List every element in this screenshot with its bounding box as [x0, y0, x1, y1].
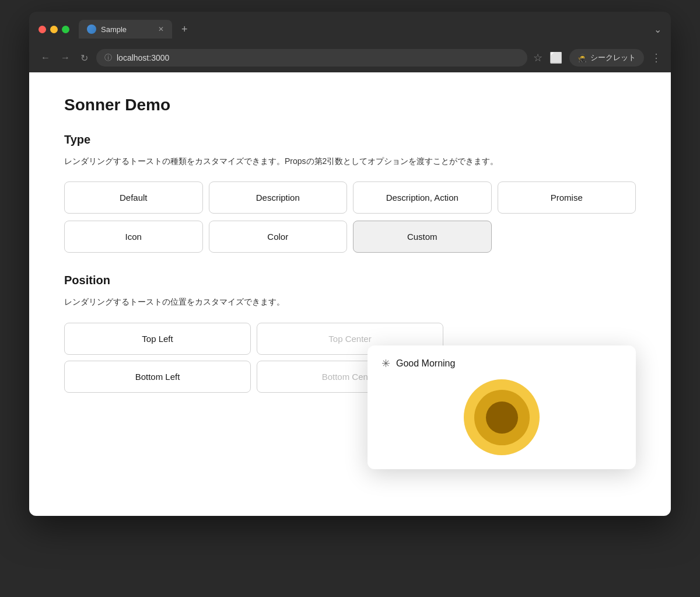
position-top-left-button[interactable]: Top Left	[64, 323, 251, 355]
type-buttons-row2: Icon Color Custom	[64, 221, 636, 253]
type-section: Type レンダリングするトーストの種類をカスタマイズできます。Propsの第2…	[64, 133, 636, 253]
tab-title: Sample	[101, 25, 127, 34]
type-promise-button[interactable]: Promise	[498, 181, 636, 214]
new-tab-button[interactable]: +	[177, 21, 192, 38]
lock-icon: ⓘ	[104, 53, 112, 63]
maximize-button[interactable]	[62, 26, 69, 33]
back-button[interactable]: ←	[38, 50, 52, 65]
position-description: レンダリングするトーストの位置をカスタマイズできます。	[64, 295, 636, 308]
traffic-lights	[38, 26, 69, 33]
sun-small-icon: ✳	[382, 357, 390, 370]
sun-middle-circle	[474, 390, 530, 445]
type-icon-button[interactable]: Icon	[64, 221, 203, 253]
reload-button[interactable]: ↻	[78, 50, 90, 66]
tab-favicon	[87, 25, 96, 34]
address-bar: ← → ↻ ⓘ localhost:3000 ☆ ⬜ 🥷 シークレット ⋮	[29, 44, 671, 72]
incognito-label: シークレット	[590, 53, 636, 63]
type-color-button[interactable]: Color	[209, 221, 348, 253]
bookmark-button[interactable]: ☆	[533, 51, 542, 64]
page-content: Sonner Demo Type レンダリングするトーストの種類をカスタマイズで…	[29, 72, 671, 516]
type-default-button[interactable]: Default	[64, 181, 203, 214]
split-view-button[interactable]: ⬜	[550, 51, 562, 64]
browser-tab[interactable]: Sample ✕	[79, 20, 172, 39]
type-description-button[interactable]: Description	[209, 181, 348, 214]
toast-popup: ✳ Good Morning	[368, 345, 636, 469]
type-description-action-button[interactable]: Description, Action	[353, 181, 492, 214]
title-bar: Sample ✕ + ⌄	[29, 12, 671, 44]
position-bottom-left-button[interactable]: Bottom Left	[64, 361, 251, 393]
toast-header: ✳ Good Morning	[382, 357, 622, 370]
forward-button[interactable]: →	[58, 50, 72, 65]
close-button[interactable]	[38, 26, 46, 33]
toast-image	[382, 379, 622, 455]
incognito-icon: 🥷	[578, 54, 587, 62]
incognito-button[interactable]: 🥷 シークレット	[569, 49, 644, 67]
tab-chevron-icon[interactable]: ⌄	[654, 24, 662, 35]
type-heading: Type	[64, 133, 636, 146]
browser-window: Sample ✕ + ⌄ ← → ↻ ⓘ localhost:3000 ☆ ⬜ …	[29, 12, 671, 516]
address-actions: ☆ ⬜ 🥷 シークレット ⋮	[533, 49, 662, 67]
toast-title: Good Morning	[396, 358, 455, 369]
sun-outer-circle	[464, 379, 540, 455]
menu-button[interactable]: ⋮	[651, 51, 662, 64]
minimize-button[interactable]	[50, 26, 58, 33]
position-heading: Position	[64, 274, 636, 287]
type-buttons-row1: Default Description Description, Action …	[64, 181, 636, 214]
type-description: レンダリングするトーストの種類をカスタマイズできます。Propsの第2引数として…	[64, 155, 636, 167]
sun-inner-circle	[486, 402, 518, 434]
url-text: localhost:3000	[117, 53, 169, 62]
address-field[interactable]: ⓘ localhost:3000	[96, 49, 527, 67]
page-title: Sonner Demo	[64, 96, 636, 114]
type-custom-button[interactable]: Custom	[353, 221, 492, 253]
tab-close-button[interactable]: ✕	[158, 25, 164, 33]
